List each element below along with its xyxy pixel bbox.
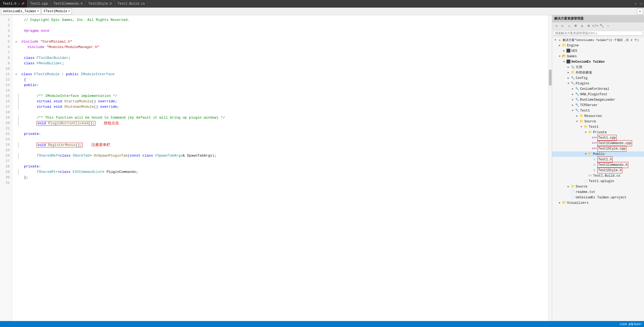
toggle-ref[interactable]: ▶ [566, 65, 571, 69]
tree-resources[interactable]: ▶ 📁 Resources [552, 113, 644, 119]
icon-test1uplugin: 📄 [584, 179, 588, 183]
toggle-public[interactable]: ▼ [584, 152, 588, 156]
icon-ue5: ⬛ [566, 49, 571, 53]
member-dropdown[interactable]: FTest1Module ▼ [42, 8, 72, 14]
ln-23: 23 [0, 137, 12, 142]
tree-test1cpp-item[interactable]: c++ Test1.cpp [552, 135, 644, 141]
toggle-private[interactable]: ▼ [584, 130, 588, 135]
se-btn-code[interactable]: </> [592, 23, 598, 29]
tree-solution[interactable]: ▼ ◈ 解决方案"UeCesiumEx TaiWan"(2 个项目，共 2 个) [552, 37, 644, 43]
tree-games[interactable]: ▼ 📂 Games [552, 54, 644, 59]
tree-readme[interactable]: 📄 readme.txt [552, 189, 644, 195]
context-dropdown[interactable]: UeCesiumEx_TaiWan ▼ [1, 8, 41, 14]
toggle-source-filter[interactable]: ▼ [575, 119, 579, 124]
toggle-games[interactable]: ▼ [558, 54, 562, 59]
tree-source-filter[interactable]: ▼ 📁 Source [552, 119, 644, 124]
close-test1h[interactable]: ✕ [18, 2, 20, 5]
tree-test1sub[interactable]: ▼ 📁 Test1 [552, 124, 644, 130]
tab-test1buildcs[interactable]: Test1.Build.cs [115, 0, 148, 8]
code-line-16: virtual void StartupModule() override; [15, 99, 548, 104]
tree-hhw[interactable]: ▶ 🔧 HHW_PluginTest [552, 92, 644, 97]
tree-test1styleh-item[interactable]: h Test1Style.h [552, 168, 644, 173]
toggle-solution[interactable]: ▼ [553, 38, 558, 42]
ln-16: 16 [0, 99, 12, 104]
se-btn-refresh[interactable]: ↻ [579, 23, 585, 29]
se-btn-settings[interactable]: ⚙ [586, 23, 592, 29]
spacer-test1stylecpp [588, 147, 592, 151]
tree-public[interactable]: ▼ 📁 Public [552, 151, 644, 157]
label-config: Config [576, 75, 587, 81]
se-btn-home[interactable]: ⌂ [566, 23, 572, 29]
tab-scroll-left[interactable]: ‹ [633, 2, 638, 6]
toggle-source-top[interactable]: ▶ [566, 185, 571, 189]
toggle-hhw[interactable]: ▶ [571, 92, 575, 97]
tree-config[interactable]: ▶ 🔧 Config [552, 75, 644, 81]
icon-tcpserver: 🔧 [575, 103, 579, 107]
tree-test1h-item[interactable]: h Test1.h [552, 157, 644, 162]
icon-test1commandscpp: c++ [592, 141, 597, 145]
tree-test1buildcs-item[interactable]: cs Test1.Build.cs [552, 173, 644, 179]
tree-test1stylecpp-item[interactable]: c++ Test1Style.cpp [552, 146, 644, 151]
tree-ue5[interactable]: ▶ ⬛ UE5 [552, 48, 644, 54]
add-tab-button[interactable]: + [637, 8, 643, 14]
toggle-test1sub[interactable]: ▼ [579, 125, 584, 129]
toggle-resources[interactable]: ▶ [575, 114, 579, 118]
icon-test1h: h [592, 157, 597, 162]
tree-cesium[interactable]: ▶ 🔧 CesiumForUnreal [552, 86, 644, 92]
toggle-extdep[interactable]: ▶ [566, 71, 571, 75]
spacer-test1h [588, 157, 592, 162]
se-btn-back[interactable]: ◁ [553, 23, 559, 29]
tab-pin-test1h[interactable]: 📌 [21, 2, 24, 5]
toggle-visualizers[interactable]: ▶ [558, 201, 562, 205]
tree-private[interactable]: ▼ 📁 Private [552, 130, 644, 135]
tree-plugins[interactable]: ▼ 🔧 Plugins [552, 81, 644, 86]
tree-source-top[interactable]: ▶ 📁 Source [552, 184, 644, 189]
code-line-13: public: [15, 82, 548, 88]
toggle-config[interactable]: ▶ [566, 76, 571, 80]
code-line-30: }; [15, 175, 548, 180]
tree-test1commandsh-item[interactable]: h Test1Commands.h [552, 162, 644, 168]
tree-visualizers[interactable]: ▶ 📁 Visualizers [552, 200, 644, 206]
toggle-uecesiumex[interactable]: ▼ [562, 60, 566, 64]
se-tree: ▼ ◈ 解决方案"UeCesiumEx TaiWan"(2 个项目，共 2 个)… [552, 37, 644, 321]
toggle-plugins[interactable]: ▼ [566, 81, 571, 86]
context-dropdown-arrow: ▼ [37, 10, 39, 13]
se-search-input[interactable] [553, 31, 643, 36]
toggle-engine[interactable]: ▶ [558, 43, 562, 48]
editor-scrollbar[interactable] [548, 15, 552, 321]
toggle-cesium[interactable]: ▶ [571, 87, 575, 91]
tab-test1styleh[interactable]: Test1Style.h [86, 0, 115, 8]
toggle-test1plugin[interactable]: ▼ [571, 109, 575, 113]
ln-15: 15 [0, 93, 12, 99]
icon-hhw: 🔧 [575, 92, 579, 97]
se-btn-forward[interactable]: ▷ [560, 23, 566, 29]
tree-tcpserver[interactable]: ▶ 🔧 TCPServer [552, 103, 644, 108]
icon-source-filter: 📁 [579, 119, 584, 124]
tree-engine[interactable]: ▶ 📁 Engine [552, 43, 644, 48]
tree-runtimeimage[interactable]: ▶ 🔧 RuntimeImageLoader [552, 97, 644, 103]
tab-test1commandsh[interactable]: Test1Commands.h [51, 0, 86, 8]
tree-test1plugin[interactable]: ▼ 🔧 Test1 [552, 108, 644, 113]
code-line-9: class FMenuBuilder; [15, 61, 548, 66]
toggle-ue5[interactable]: ▶ [562, 49, 566, 53]
tree-uecesiumex[interactable]: ▼ ⬛ UeCesiumEx TaiWan [552, 59, 644, 65]
tab-test1h[interactable]: Test1.h ✕ 📌 [0, 0, 27, 8]
icon-plugins: 🔧 [571, 81, 575, 86]
code-line-7 [15, 50, 548, 55]
tree-test1commandscpp-item[interactable]: c++ Test1Commands.cpp [552, 141, 644, 146]
toggle-tcpserver[interactable]: ▶ [571, 103, 575, 107]
se-btn-wrench[interactable]: 🔧 [599, 23, 605, 29]
tree-test1uplugin[interactable]: 📄 Test1.uplugin [552, 179, 644, 184]
tab-test1cpp[interactable]: Test1.cpp [27, 0, 51, 8]
tree-uproject[interactable]: 📄 UeCesiumEx TaiWan.uproject [552, 195, 644, 200]
ln-5: 5 [0, 39, 12, 45]
tab-scroll-right[interactable]: › [639, 2, 644, 6]
tree-extdep[interactable]: ▶ 📁 外部依赖项 [552, 70, 644, 75]
tree-ref[interactable]: ▶ 📎 引用 [552, 65, 644, 70]
se-btn-minus[interactable]: — [605, 23, 611, 29]
toggle-runtimeimage[interactable]: ▶ [571, 98, 575, 102]
se-btn-sync[interactable]: ⊞ [573, 23, 579, 29]
label-tcpserver: TCPServer [580, 103, 598, 108]
member-dropdown-arrow: ▼ [68, 10, 70, 13]
code-editor[interactable]: 1 2 3 4 5 6 7 8 9 10 11 12 13 14 15 16 1… [0, 15, 552, 321]
